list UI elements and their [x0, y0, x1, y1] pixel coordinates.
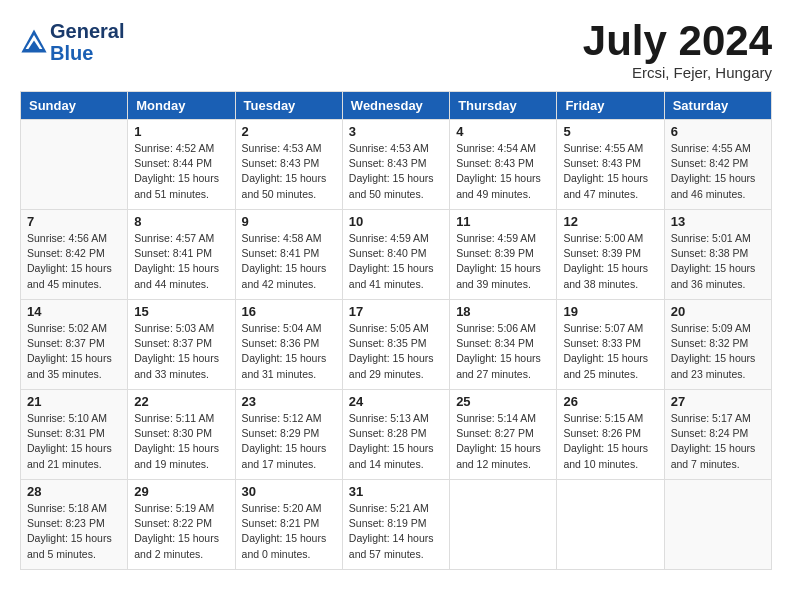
calendar-cell — [557, 480, 664, 570]
day-info: Sunrise: 5:07 AM Sunset: 8:33 PM Dayligh… — [563, 321, 657, 382]
day-info: Sunrise: 5:14 AM Sunset: 8:27 PM Dayligh… — [456, 411, 550, 472]
day-number: 15 — [134, 304, 228, 319]
day-number: 27 — [671, 394, 765, 409]
day-number: 20 — [671, 304, 765, 319]
calendar-week-row: 1Sunrise: 4:52 AM Sunset: 8:44 PM Daylig… — [21, 120, 772, 210]
calendar-cell: 3Sunrise: 4:53 AM Sunset: 8:43 PM Daylig… — [342, 120, 449, 210]
calendar-cell: 17Sunrise: 5:05 AM Sunset: 8:35 PM Dayli… — [342, 300, 449, 390]
calendar-cell: 2Sunrise: 4:53 AM Sunset: 8:43 PM Daylig… — [235, 120, 342, 210]
day-number: 29 — [134, 484, 228, 499]
day-info: Sunrise: 5:15 AM Sunset: 8:26 PM Dayligh… — [563, 411, 657, 472]
calendar-cell — [664, 480, 771, 570]
day-info: Sunrise: 5:17 AM Sunset: 8:24 PM Dayligh… — [671, 411, 765, 472]
page-header: General Blue July 2024 Ercsi, Fejer, Hun… — [20, 20, 772, 81]
day-number: 1 — [134, 124, 228, 139]
calendar-week-row: 28Sunrise: 5:18 AM Sunset: 8:23 PM Dayli… — [21, 480, 772, 570]
logo: General Blue — [20, 20, 124, 64]
day-info: Sunrise: 5:02 AM Sunset: 8:37 PM Dayligh… — [27, 321, 121, 382]
col-header-tuesday: Tuesday — [235, 92, 342, 120]
calendar-cell: 18Sunrise: 5:06 AM Sunset: 8:34 PM Dayli… — [450, 300, 557, 390]
day-info: Sunrise: 5:06 AM Sunset: 8:34 PM Dayligh… — [456, 321, 550, 382]
day-info: Sunrise: 5:03 AM Sunset: 8:37 PM Dayligh… — [134, 321, 228, 382]
calendar-cell: 7Sunrise: 4:56 AM Sunset: 8:42 PM Daylig… — [21, 210, 128, 300]
calendar-cell — [21, 120, 128, 210]
day-info: Sunrise: 4:57 AM Sunset: 8:41 PM Dayligh… — [134, 231, 228, 292]
calendar-cell: 20Sunrise: 5:09 AM Sunset: 8:32 PM Dayli… — [664, 300, 771, 390]
day-number: 26 — [563, 394, 657, 409]
calendar-table: SundayMondayTuesdayWednesdayThursdayFrid… — [20, 91, 772, 570]
day-info: Sunrise: 5:20 AM Sunset: 8:21 PM Dayligh… — [242, 501, 336, 562]
title-block: July 2024 Ercsi, Fejer, Hungary — [583, 20, 772, 81]
col-header-sunday: Sunday — [21, 92, 128, 120]
calendar-cell: 11Sunrise: 4:59 AM Sunset: 8:39 PM Dayli… — [450, 210, 557, 300]
day-info: Sunrise: 5:21 AM Sunset: 8:19 PM Dayligh… — [349, 501, 443, 562]
calendar-cell: 16Sunrise: 5:04 AM Sunset: 8:36 PM Dayli… — [235, 300, 342, 390]
day-number: 30 — [242, 484, 336, 499]
day-number: 12 — [563, 214, 657, 229]
day-number: 7 — [27, 214, 121, 229]
calendar-cell: 6Sunrise: 4:55 AM Sunset: 8:42 PM Daylig… — [664, 120, 771, 210]
calendar-cell: 10Sunrise: 4:59 AM Sunset: 8:40 PM Dayli… — [342, 210, 449, 300]
day-info: Sunrise: 4:53 AM Sunset: 8:43 PM Dayligh… — [349, 141, 443, 202]
day-number: 13 — [671, 214, 765, 229]
calendar-cell: 29Sunrise: 5:19 AM Sunset: 8:22 PM Dayli… — [128, 480, 235, 570]
calendar-cell: 9Sunrise: 4:58 AM Sunset: 8:41 PM Daylig… — [235, 210, 342, 300]
day-number: 3 — [349, 124, 443, 139]
day-number: 31 — [349, 484, 443, 499]
calendar-cell: 28Sunrise: 5:18 AM Sunset: 8:23 PM Dayli… — [21, 480, 128, 570]
day-number: 21 — [27, 394, 121, 409]
day-info: Sunrise: 5:09 AM Sunset: 8:32 PM Dayligh… — [671, 321, 765, 382]
day-number: 14 — [27, 304, 121, 319]
day-info: Sunrise: 5:04 AM Sunset: 8:36 PM Dayligh… — [242, 321, 336, 382]
day-info: Sunrise: 4:59 AM Sunset: 8:40 PM Dayligh… — [349, 231, 443, 292]
logo-icon — [20, 28, 48, 56]
col-header-friday: Friday — [557, 92, 664, 120]
day-info: Sunrise: 4:56 AM Sunset: 8:42 PM Dayligh… — [27, 231, 121, 292]
location-subtitle: Ercsi, Fejer, Hungary — [583, 64, 772, 81]
day-info: Sunrise: 4:55 AM Sunset: 8:42 PM Dayligh… — [671, 141, 765, 202]
calendar-cell: 4Sunrise: 4:54 AM Sunset: 8:43 PM Daylig… — [450, 120, 557, 210]
day-number: 18 — [456, 304, 550, 319]
calendar-week-row: 14Sunrise: 5:02 AM Sunset: 8:37 PM Dayli… — [21, 300, 772, 390]
calendar-cell: 19Sunrise: 5:07 AM Sunset: 8:33 PM Dayli… — [557, 300, 664, 390]
day-info: Sunrise: 5:10 AM Sunset: 8:31 PM Dayligh… — [27, 411, 121, 472]
day-number: 2 — [242, 124, 336, 139]
calendar-week-row: 7Sunrise: 4:56 AM Sunset: 8:42 PM Daylig… — [21, 210, 772, 300]
col-header-thursday: Thursday — [450, 92, 557, 120]
col-header-wednesday: Wednesday — [342, 92, 449, 120]
day-number: 22 — [134, 394, 228, 409]
calendar-cell: 5Sunrise: 4:55 AM Sunset: 8:43 PM Daylig… — [557, 120, 664, 210]
day-number: 11 — [456, 214, 550, 229]
day-info: Sunrise: 5:19 AM Sunset: 8:22 PM Dayligh… — [134, 501, 228, 562]
calendar-cell: 27Sunrise: 5:17 AM Sunset: 8:24 PM Dayli… — [664, 390, 771, 480]
logo-general: General — [50, 20, 124, 42]
calendar-cell: 24Sunrise: 5:13 AM Sunset: 8:28 PM Dayli… — [342, 390, 449, 480]
calendar-cell: 21Sunrise: 5:10 AM Sunset: 8:31 PM Dayli… — [21, 390, 128, 480]
day-number: 4 — [456, 124, 550, 139]
logo-blue: Blue — [50, 42, 124, 64]
calendar-cell: 26Sunrise: 5:15 AM Sunset: 8:26 PM Dayli… — [557, 390, 664, 480]
calendar-cell: 22Sunrise: 5:11 AM Sunset: 8:30 PM Dayli… — [128, 390, 235, 480]
calendar-cell — [450, 480, 557, 570]
day-info: Sunrise: 4:52 AM Sunset: 8:44 PM Dayligh… — [134, 141, 228, 202]
day-number: 28 — [27, 484, 121, 499]
day-info: Sunrise: 5:18 AM Sunset: 8:23 PM Dayligh… — [27, 501, 121, 562]
day-number: 17 — [349, 304, 443, 319]
day-number: 25 — [456, 394, 550, 409]
calendar-cell: 23Sunrise: 5:12 AM Sunset: 8:29 PM Dayli… — [235, 390, 342, 480]
calendar-cell: 30Sunrise: 5:20 AM Sunset: 8:21 PM Dayli… — [235, 480, 342, 570]
calendar-cell: 8Sunrise: 4:57 AM Sunset: 8:41 PM Daylig… — [128, 210, 235, 300]
col-header-monday: Monday — [128, 92, 235, 120]
day-number: 23 — [242, 394, 336, 409]
day-info: Sunrise: 4:53 AM Sunset: 8:43 PM Dayligh… — [242, 141, 336, 202]
calendar-cell: 12Sunrise: 5:00 AM Sunset: 8:39 PM Dayli… — [557, 210, 664, 300]
day-info: Sunrise: 5:01 AM Sunset: 8:38 PM Dayligh… — [671, 231, 765, 292]
day-info: Sunrise: 5:12 AM Sunset: 8:29 PM Dayligh… — [242, 411, 336, 472]
calendar-cell: 31Sunrise: 5:21 AM Sunset: 8:19 PM Dayli… — [342, 480, 449, 570]
day-number: 6 — [671, 124, 765, 139]
day-info: Sunrise: 5:13 AM Sunset: 8:28 PM Dayligh… — [349, 411, 443, 472]
calendar-cell: 25Sunrise: 5:14 AM Sunset: 8:27 PM Dayli… — [450, 390, 557, 480]
day-info: Sunrise: 5:11 AM Sunset: 8:30 PM Dayligh… — [134, 411, 228, 472]
day-number: 24 — [349, 394, 443, 409]
day-info: Sunrise: 4:54 AM Sunset: 8:43 PM Dayligh… — [456, 141, 550, 202]
